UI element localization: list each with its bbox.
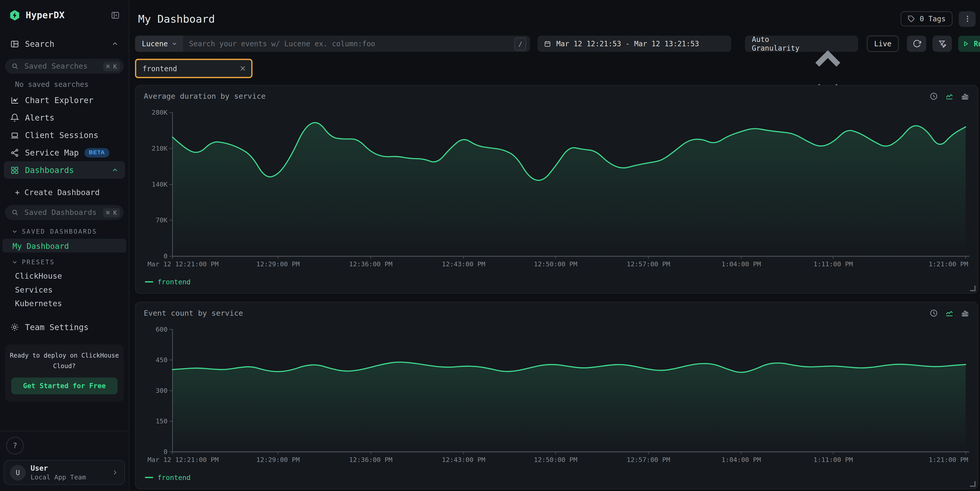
clock-icon[interactable] [929, 92, 938, 100]
line-chart-average-duration[interactable]: 280K210K140K70K0Mar 12 12:21:00 PM12:29:… [144, 104, 969, 276]
svg-text:12:29:00 PM: 12:29:00 PM [256, 456, 300, 464]
saved-dashboards-field[interactable] [23, 207, 99, 218]
dashboard-menu-button[interactable] [959, 11, 976, 27]
user-menu[interactable]: U User Local App Team [4, 460, 125, 485]
chart-panel-event-count: Event count by service 6004503001500Mar … [135, 302, 978, 489]
sidebar-item-label: Team Settings [25, 323, 88, 332]
live-button[interactable]: Live [867, 36, 899, 52]
chevron-down-icon [11, 228, 18, 235]
chart-canvas: 6004503001500Mar 12 12:21:00 PM12:29:00 … [144, 321, 969, 472]
search-panel-icon [10, 39, 19, 48]
search-icon [11, 62, 19, 70]
legend-swatch [145, 281, 153, 283]
saved-dashboard-item[interactable]: My Dashboard [3, 239, 126, 253]
panel-resize-handle[interactable] [970, 286, 976, 291]
sidebar-item-chart-explorer[interactable]: Chart Explorer [4, 91, 125, 109]
section-label: SAVED DASHBOARDS [22, 228, 97, 235]
play-icon [962, 40, 969, 48]
gear-icon [10, 323, 19, 332]
section-saved-dashboards[interactable]: SAVED DASHBOARDS [11, 228, 129, 235]
query-language-select[interactable]: Lucene [135, 36, 183, 52]
svg-text:210K: 210K [152, 145, 168, 152]
filter-edit-button[interactable] [932, 36, 952, 52]
chart-legend[interactable]: frontend [145, 277, 969, 287]
svg-text:12:36:00 PM: 12:36:00 PM [349, 456, 393, 464]
sidebar-item-alerts[interactable]: Alerts [4, 109, 125, 126]
promo-text: Ready to deploy on ClickHouse Cloud? [9, 351, 120, 371]
svg-text:150: 150 [156, 417, 167, 425]
sidebar-item-search[interactable]: Search [4, 35, 125, 52]
preset-item-services[interactable]: Services [0, 283, 129, 296]
chart-explorer-icon [10, 95, 19, 105]
svg-text:12:36:00 PM: 12:36:00 PM [349, 260, 393, 268]
preset-item-kubernetes[interactable]: Kubernetes [0, 297, 129, 310]
legend-series-name: frontend [158, 474, 191, 482]
svg-text:12:57:00 PM: 12:57:00 PM [627, 456, 670, 464]
panel-resize-handle[interactable] [970, 481, 976, 487]
saved-searches-field[interactable] [23, 61, 99, 71]
svg-text:1:11:00 PM: 1:11:00 PM [813, 260, 853, 268]
line-chart-view-icon[interactable] [945, 309, 954, 318]
tags-button[interactable]: 0 Tags [901, 11, 953, 26]
chart-title: Average duration by service [144, 92, 969, 100]
brand-name: HyperDX [26, 10, 111, 20]
service-map-icon [10, 148, 19, 157]
svg-text:1:04:00 PM: 1:04:00 PM [721, 456, 761, 464]
saved-searches-input[interactable]: ⌘ K [5, 59, 124, 74]
preset-item-clickhouse[interactable]: ClickHouse [0, 269, 129, 283]
main-content: My Dashboard 0 Tags Lucene / [129, 0, 980, 491]
event-search-input[interactable] [183, 36, 514, 52]
section-presets[interactable]: PRESETS [11, 259, 129, 265]
user-team: Local App Team [30, 473, 106, 481]
svg-text:0: 0 [164, 252, 167, 260]
slash-shortcut-badge: / [514, 37, 526, 50]
chevron-right-icon [111, 469, 119, 476]
saved-dashboards-input[interactable]: ⌘ K [5, 205, 124, 220]
sidebar-collapse-icon[interactable] [111, 10, 120, 19]
sidebar: HyperDX Search ⌘ K No saved searches [0, 0, 129, 491]
svg-text:0: 0 [164, 448, 167, 456]
granularity-value: Auto Granularity [752, 35, 803, 52]
chevron-up-icon [111, 40, 119, 48]
legend-series-name: frontend [158, 278, 191, 286]
refresh-button[interactable] [907, 36, 926, 52]
filter-chip-label: frontend [142, 64, 239, 73]
sidebar-item-label: Chart Explorer [25, 95, 93, 105]
sidebar-item-label: Client Sessions [25, 130, 98, 140]
sidebar-item-client-sessions[interactable]: Client Sessions [4, 126, 125, 144]
search-icon [11, 209, 19, 216]
user-name: User [30, 464, 106, 473]
line-chart-event-count[interactable]: 6004503001500Mar 12 12:21:00 PM12:29:00 … [144, 321, 969, 472]
svg-text:1:11:00 PM: 1:11:00 PM [813, 456, 853, 464]
svg-text:280K: 280K [152, 108, 168, 116]
svg-text:12:43:00 PM: 12:43:00 PM [442, 260, 485, 268]
bar-chart-view-icon[interactable] [961, 92, 969, 100]
create-dashboard-button[interactable]: + Create Dashboard [15, 188, 129, 200]
legend-swatch [145, 477, 153, 478]
bar-chart-view-icon[interactable] [961, 309, 969, 318]
sidebar-item-team-settings[interactable]: Team Settings [4, 319, 125, 336]
no-saved-searches-text: No saved searches [15, 80, 129, 89]
chart-legend[interactable]: frontend [145, 472, 969, 483]
avatar: U [10, 465, 26, 480]
chart-view-controls [929, 309, 969, 318]
time-range-picker[interactable]: Mar 12 12:21:53 - Mar 12 13:21:53 [538, 36, 732, 52]
page-header: My Dashboard 0 Tags [135, 9, 978, 28]
get-started-button[interactable]: Get Started for Free [11, 377, 118, 394]
chevron-up-icon [111, 166, 119, 174]
help-button[interactable]: ? [6, 437, 24, 454]
filter-chip-frontend[interactable]: frontend [135, 59, 253, 78]
sidebar-item-dashboards[interactable]: Dashboards [4, 161, 125, 179]
line-chart-view-icon[interactable] [945, 92, 954, 100]
sidebar-item-label: Service Map [25, 148, 79, 157]
sidebar-item-label: Dashboards [25, 165, 74, 175]
sidebar-item-service-map[interactable]: Service Map BETA [4, 144, 125, 161]
svg-text:300: 300 [156, 387, 167, 394]
clock-icon[interactable] [929, 309, 938, 318]
chevron-down-icon [11, 259, 18, 265]
granularity-select[interactable]: Auto Granularity [745, 36, 858, 52]
svg-text:Mar 12 12:21:00 PM: Mar 12 12:21:00 PM [148, 456, 219, 464]
laptop-icon [10, 130, 19, 140]
close-icon[interactable] [239, 65, 246, 72]
run-button[interactable]: Run [958, 36, 980, 52]
